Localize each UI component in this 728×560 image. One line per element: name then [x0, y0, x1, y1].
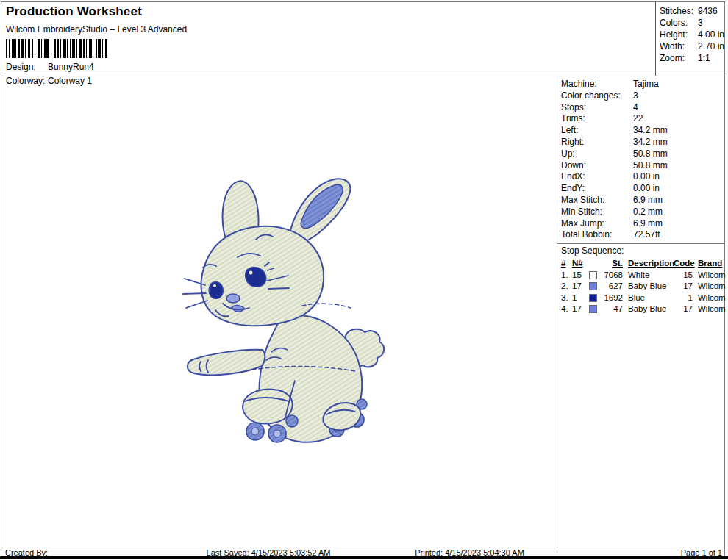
machine-row: Total Bobbin:72.57ft	[561, 229, 725, 241]
thread-color-swatch	[589, 282, 597, 290]
bunny-nose	[226, 294, 240, 303]
design-canvas	[1, 76, 557, 548]
created-by-field: Created By:	[1, 548, 168, 556]
machine-row: Down:50.8 mm	[561, 160, 725, 172]
bunny-whisker	[183, 293, 206, 294]
height-value: 4.00 in	[698, 29, 724, 40]
page-title: Production Worksheet	[6, 4, 521, 19]
design-label: Design:	[6, 62, 48, 72]
last-saved-field: Last Saved: 4/15/2023 5:03:52 AM	[168, 548, 368, 556]
col-needle-header: N#	[572, 258, 588, 270]
machine-row: EndX:0.00 in	[561, 171, 725, 183]
machine-row: Color changes:3	[561, 90, 725, 102]
stop-sequence-title: Stop Sequence:	[561, 244, 725, 257]
colors-label: Colors:	[660, 17, 698, 29]
stop-sequence-header-row: # N# St. Description Code Brand	[561, 258, 725, 270]
left-skate-boot	[243, 390, 293, 424]
stitches-label: Stitches:	[660, 5, 698, 17]
bunny-whisker	[186, 301, 207, 308]
zoom-label: Zoom:	[660, 52, 698, 64]
stitches-value: 9436	[698, 5, 718, 17]
design-name-value: BunnyRun4	[48, 62, 94, 72]
thread-color-swatch	[589, 305, 597, 313]
header: Production Worksheet Wilcom EmbroiderySt…	[6, 4, 521, 86]
col-brand-header: Brand	[694, 258, 725, 270]
bunny-embroidery-preview	[180, 159, 390, 453]
bunny-whisker	[268, 288, 289, 289]
stop-sequence-row: 3. 1 1692 Blue 1 Wilcom	[561, 292, 725, 304]
machine-row: Max Jump:6.9 mm	[561, 218, 725, 230]
machine-row: Up:50.8 mm	[561, 148, 725, 160]
bottom-rule	[0, 556, 728, 559]
machine-row: Trims:22	[561, 113, 725, 125]
summary-row: Height:4.00 in	[660, 29, 725, 40]
col-num-header: #	[561, 258, 572, 270]
machine-row: EndY:0.00 in	[561, 183, 725, 195]
col-code-header: Code	[674, 258, 694, 270]
stop-sequence-table: # N# St. Description Code Brand 1. 15 70…	[561, 258, 725, 315]
col-stitches-header: St.	[599, 258, 624, 270]
design-summary-box: Stitches:9436 Colors:3 Height:4.00 in Wi…	[655, 1, 725, 76]
stop-sequence-row: 2. 17 627 Baby Blue 17 Wilcom	[561, 281, 725, 292]
bunny-eye	[209, 282, 223, 299]
stop-sequence-row: 1. 15 7068 White 15 Wilcom	[561, 270, 725, 281]
summary-row: Stitches:9436	[660, 5, 725, 17]
printed-field: Printed: 4/15/2023 5:04:30 AM	[368, 548, 571, 556]
machine-row: Left:34.2 mm	[561, 125, 725, 137]
colors-value: 3	[698, 17, 703, 29]
zoom-value: 1:1	[698, 52, 710, 64]
bunny-arm	[188, 350, 265, 376]
machine-row: Max Stitch:6.9 mm	[561, 195, 725, 207]
machine-row: Stops:4	[561, 102, 725, 114]
app-subtitle: Wilcom EmbroideryStudio – Level 3 Advanc…	[6, 24, 521, 35]
page-number-field: Page 1 of 1	[571, 548, 725, 556]
thread-color-swatch	[589, 271, 597, 279]
col-description-header: Description	[624, 258, 674, 270]
bunny-eye	[246, 267, 266, 287]
machine-row: Machine:Tajima	[561, 79, 725, 90]
footer: Created By: Last Saved: 4/15/2023 5:03:5…	[1, 548, 725, 556]
stop-sequence-row: 4. 17 47 Baby Blue 17 Wilcom	[561, 304, 725, 315]
summary-row: Colors:3	[660, 17, 725, 29]
width-value: 2.70 in	[698, 40, 724, 52]
summary-row: Zoom:1:1	[660, 52, 725, 64]
production-worksheet-page: Production Worksheet Wilcom EmbroiderySt…	[0, 0, 728, 560]
width-label: Width:	[660, 40, 698, 52]
thread-color-swatch	[589, 294, 597, 302]
machine-info-panel: Machine:Tajima Color changes:3 Stops:4 T…	[557, 76, 725, 548]
barcode-icon	[6, 39, 107, 58]
machine-row: Right:34.2 mm	[561, 137, 725, 148]
machine-row: Min Stitch:0.2 mm	[561, 207, 725, 218]
height-label: Height:	[660, 29, 698, 40]
summary-row: Width:2.70 in	[660, 40, 725, 52]
